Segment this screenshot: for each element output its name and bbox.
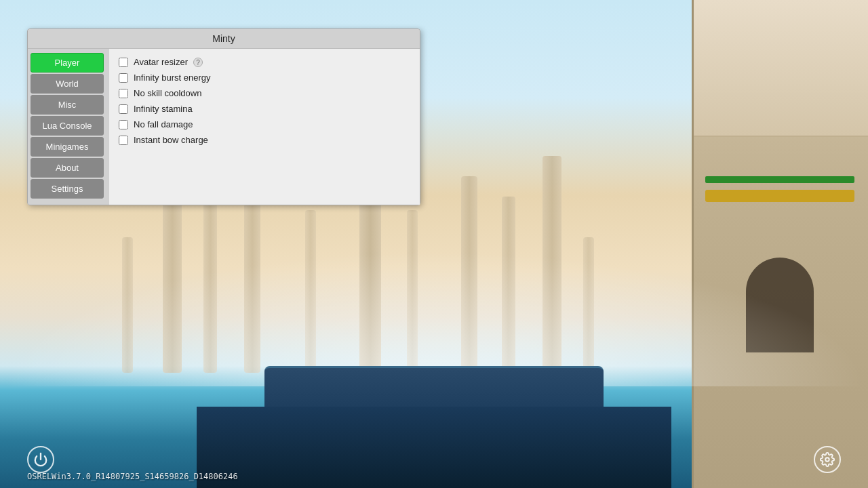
option-label-instant-bow-charge: Instant bow charge — [134, 135, 208, 145]
platform-base — [197, 407, 671, 488]
power-icon — [33, 452, 48, 467]
checkbox-avatar-resizer[interactable] — [119, 58, 128, 67]
option-label-infinity-stamina: Infinity stamina — [134, 104, 193, 114]
tower-decoration-gold — [705, 190, 854, 202]
sidebar-btn-misc[interactable]: Misc — [31, 95, 104, 115]
sidebar-btn-player[interactable]: Player — [31, 53, 104, 73]
version-label: OSRELWin3.7.0_R14807925_S14659826_D14806… — [27, 472, 238, 481]
option-label-infinity-burst: Infinity burst energy — [134, 73, 210, 83]
option-row-instant-bow-charge: Instant bow charge — [117, 132, 412, 148]
sidebar: PlayerWorldMiscLua ConsoleMinigamesAbout… — [28, 49, 109, 205]
sidebar-btn-lua-console[interactable]: Lua Console — [31, 116, 104, 136]
menu-panel: Minty PlayerWorldMiscLua ConsoleMinigame… — [27, 28, 420, 205]
sidebar-btn-minigames[interactable]: Minigames — [31, 137, 104, 157]
sidebar-btn-about[interactable]: About — [31, 158, 104, 178]
option-row-infinity-stamina: Infinity stamina — [117, 101, 412, 117]
option-label-no-fall-damage: No fall damage — [134, 119, 193, 129]
option-row-avatar-resizer: Avatar resizer? — [117, 54, 412, 70]
checkbox-no-skill-cooldown[interactable] — [119, 89, 128, 98]
option-row-no-skill-cooldown: No skill cooldown — [117, 85, 412, 101]
option-row-no-fall-damage: No fall damage — [117, 117, 412, 132]
settings-gear-icon — [820, 452, 835, 467]
menu-title: Minty — [28, 29, 420, 49]
menu-body: PlayerWorldMiscLua ConsoleMinigamesAbout… — [28, 49, 420, 205]
checkbox-infinity-burst[interactable] — [119, 73, 128, 83]
tower-right — [692, 0, 868, 488]
tower-decoration-green — [705, 176, 854, 183]
settings-button[interactable] — [814, 446, 841, 473]
sidebar-btn-world[interactable]: World — [31, 74, 104, 94]
svg-point-1 — [825, 458, 829, 462]
content-panel: Avatar resizer?Infinity burst energyNo s… — [109, 49, 420, 205]
option-row-infinity-burst: Infinity burst energy — [117, 70, 412, 85]
checkbox-instant-bow-charge[interactable] — [119, 136, 128, 145]
checkbox-no-fall-damage[interactable] — [119, 120, 128, 129]
power-button[interactable] — [27, 446, 54, 473]
help-badge-avatar-resizer[interactable]: ? — [193, 58, 203, 67]
option-label-no-skill-cooldown: No skill cooldown — [134, 88, 201, 98]
option-label-avatar-resizer: Avatar resizer — [134, 57, 188, 67]
sidebar-btn-settings[interactable]: Settings — [31, 179, 104, 199]
checkbox-infinity-stamina[interactable] — [119, 104, 128, 114]
